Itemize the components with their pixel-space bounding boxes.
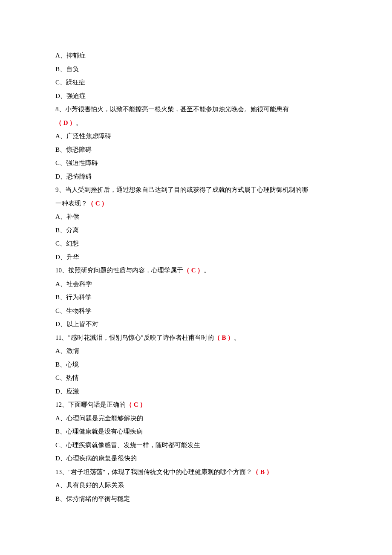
q12-stem-text: 12、下面哪句话是正确的 xyxy=(55,401,126,408)
q11-option-a: A、激情 xyxy=(55,344,337,358)
q8-option-c: C、强迫性障碍 xyxy=(55,156,337,170)
q11-stem-text: 11、"感时花溅泪，恨别鸟惊心"反映了诗作者杜甫当时的 xyxy=(55,334,214,341)
document-page: A、抑郁症 B、自负 C、躁狂症 D、强迫症 8、小芳很害怕火，以致不能擦亮一根… xyxy=(0,0,392,555)
q12-stem: 12、下面哪句话是正确的（ C ） xyxy=(55,398,337,412)
q10-option-b: B、行为科学 xyxy=(55,291,337,304)
q10-answer-after: 。 xyxy=(204,267,210,274)
q8-answer-after: 。 xyxy=(76,119,82,126)
q10-stem: 10、按照研究问题的性质与内容，心理学属于（ C ）。 xyxy=(55,264,337,278)
q11-answer: （ B ） xyxy=(214,334,234,341)
q12-answer: （ C ） xyxy=(126,401,146,408)
q9-stem-line1: 9、当人受到挫折后，通过想象自己达到了目的或获得了成就的方式属于心理防御机制的哪 xyxy=(55,183,337,197)
q10-option-a: A、社会科学 xyxy=(55,278,337,291)
q13-stem-text: 13、"君子坦荡荡"，体现了我国传统文化中的心理健康观的哪个方面？ xyxy=(55,468,252,475)
q9-option-a: A、补偿 xyxy=(55,210,337,224)
q8-answer: （ D ） xyxy=(55,119,76,126)
q8-option-b: B、惊恐障碍 xyxy=(55,143,337,157)
q7-option-c: C、躁狂症 xyxy=(55,76,337,90)
q10-answer: （ C ） xyxy=(183,267,204,274)
q11-answer-after: 。 xyxy=(234,334,240,341)
q11-option-d: D、应激 xyxy=(55,385,337,399)
q9-option-c: C、幻想 xyxy=(55,237,337,251)
q13-answer: （ B ） xyxy=(252,468,273,475)
q8-stem-line2: （ D ）。 xyxy=(55,116,337,130)
q11-option-c: C、热情 xyxy=(55,371,337,385)
q8-option-d: D、恐怖障碍 xyxy=(55,170,337,184)
q7-option-d: D、强迫症 xyxy=(55,90,337,103)
q9-option-b: B、分离 xyxy=(55,224,337,237)
q9-stem2-text: 一种表现？ xyxy=(55,200,87,207)
q8-option-a: A、广泛性焦虑障碍 xyxy=(55,130,337,143)
q9-option-d: D、升华 xyxy=(55,251,337,264)
q13-option-a: A、具有良好的人际关系 xyxy=(55,479,337,492)
q11-option-b: B、心境 xyxy=(55,358,337,372)
q8-stem-line1: 8、小芳很害怕火，以致不能擦亮一根火柴，甚至不能参加烛光晚会。她很可能患有 xyxy=(55,103,337,116)
q7-option-b: B、自负 xyxy=(55,63,337,76)
q13-stem: 13、"君子坦荡荡"，体现了我国传统文化中的心理健康观的哪个方面？（ B ） xyxy=(55,465,337,479)
q12-option-d: D、心理疾病的康复是很快的 xyxy=(55,452,337,465)
q10-stem-text: 10、按照研究问题的性质与内容，心理学属于 xyxy=(55,267,183,274)
q9-stem-line2: 一种表现？（ C ） xyxy=(55,197,337,211)
q12-option-a: A、心理问题是完全能够解决的 xyxy=(55,412,337,425)
q10-option-c: C、生物科学 xyxy=(55,304,337,318)
q11-stem: 11、"感时花溅泪，恨别鸟惊心"反映了诗作者杜甫当时的（ B ）。 xyxy=(55,331,337,345)
q7-option-a: A、抑郁症 xyxy=(55,49,337,63)
q10-option-d: D、以上皆不对 xyxy=(55,318,337,331)
q13-option-b: B、保持情绪的平衡与稳定 xyxy=(55,492,337,506)
q12-option-b: B、心理健康就是没有心理疾病 xyxy=(55,425,337,439)
q9-answer: （ C ） xyxy=(87,200,108,207)
q12-option-c: C、心理疾病就像感冒、发烧一样，随时都可能发生 xyxy=(55,439,337,452)
